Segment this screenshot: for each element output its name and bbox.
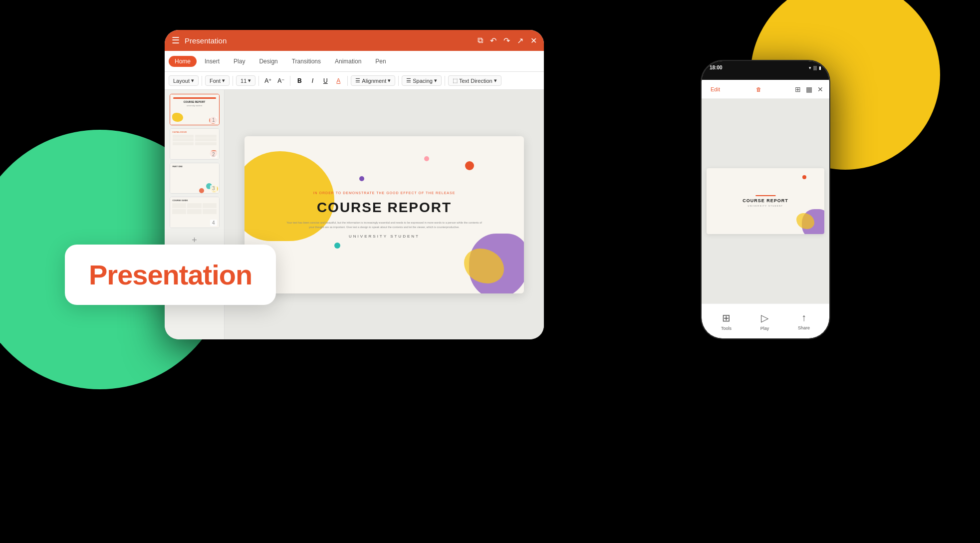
slide-dot-orange: [465, 161, 474, 170]
phone-screen: 18:00 ▾ ||| ▮ Edit 🗑 ⊞ ▦ ✕: [702, 61, 829, 338]
thumb3-s3: [199, 188, 204, 193]
tab-pen[interactable]: Pen: [369, 56, 392, 67]
phone-slide-area[interactable]: COURSE REPORT UNIVERSITY STUDENT: [702, 99, 829, 303]
phone-delete-btn[interactable]: 🗑: [753, 84, 764, 94]
titlebar-icons: ⧉ ↶ ↷ ↗ ✕: [478, 36, 537, 45]
phone-tools-btn[interactable]: ⊞ Tools: [721, 312, 732, 331]
slide-number-1: 1: [210, 117, 217, 123]
slide-number-2: 2: [210, 151, 217, 158]
phone-notch-area: 18:00 ▾ ||| ▮: [702, 61, 829, 80]
menu-icon[interactable]: ☰: [172, 35, 180, 46]
slide-canvas: IN ORDER TO DEMONSTRATE THE GOOD EFFECT …: [245, 136, 524, 293]
phone-layout-icon[interactable]: ▦: [806, 85, 812, 93]
thumb1-title: COURSE REPORT: [173, 100, 216, 103]
slide-dot-teal: [334, 243, 340, 249]
bold-btn[interactable]: B: [293, 75, 305, 87]
phone-edit-btn[interactable]: Edit: [708, 84, 723, 94]
slide-dot-pink: [424, 156, 429, 161]
spacing-chevron: ▾: [434, 77, 437, 84]
alignment-label: Alignment: [362, 78, 386, 84]
text-dir-chevron: ▾: [494, 77, 497, 84]
phone-slide-canvas: COURSE REPORT UNIVERSITY STUDENT: [707, 168, 824, 235]
ps-slide-student: UNIVERSITY STUDENT: [724, 205, 806, 207]
sep5: [347, 76, 348, 86]
spacing-label: Spacing: [413, 78, 433, 84]
tab-design[interactable]: Design: [253, 56, 283, 67]
tab-animation[interactable]: Animation: [329, 56, 367, 67]
format-bar: Layout ▾ Font ▾ 11 ▾ A⁺ A⁻ B I U A ☰: [165, 72, 544, 90]
phone-grid-icon[interactable]: ⊞: [795, 85, 801, 93]
layout-dropdown[interactable]: Layout ▾: [169, 75, 199, 86]
font-size-label: 11: [241, 78, 246, 84]
phone-share-btn[interactable]: ↑ Share: [798, 312, 810, 330]
thumb2-title: CATALOGUE: [173, 131, 187, 133]
font-dropdown[interactable]: Font ▾: [205, 75, 230, 86]
ps-text-area: COURSE REPORT UNIVERSITY STUDENT: [724, 195, 806, 207]
slide-subtitle-small: IN ORDER TO DEMONSTRATE THE GOOD EFFECT …: [286, 191, 482, 196]
thumb4-cell-3: [203, 203, 217, 208]
phone-time: 18:00: [710, 65, 723, 70]
decrease-font-btn[interactable]: A⁻: [275, 75, 287, 87]
ps-orange-line: [755, 195, 775, 196]
font-color-btn[interactable]: A: [332, 75, 344, 87]
thumb1-subtitle: university student: [173, 104, 216, 107]
spacing-icon: ☰: [406, 77, 411, 84]
underline-btn[interactable]: U: [319, 75, 331, 87]
presentation-label-text: Presentation: [89, 259, 252, 290]
increase-font-btn[interactable]: A⁺: [262, 75, 274, 87]
phone-status-icons: ▾ ||| ▮: [809, 65, 821, 70]
text-direction-dropdown[interactable]: ⬚ Text Direction ▾: [448, 75, 501, 86]
thumb1-orange-bar: [173, 97, 216, 99]
phone-device: 18:00 ▾ ||| ▮ Edit 🗑 ⊞ ▦ ✕: [701, 60, 830, 339]
sep3: [258, 76, 259, 86]
sep1: [202, 76, 202, 86]
tab-transitions[interactable]: Transitions: [286, 56, 327, 67]
slide-number-4: 4: [210, 220, 217, 226]
alignment-dropdown[interactable]: ☰ Alignment ▾: [351, 75, 395, 86]
slide-text-area: IN ORDER TO DEMONSTRATE THE GOOD EFFECT …: [286, 191, 482, 239]
battery-icon: ▮: [819, 65, 821, 70]
spacing-dropdown[interactable]: ☰ Spacing ▾: [402, 75, 442, 86]
italic-btn[interactable]: I: [306, 75, 318, 87]
phone-play-btn[interactable]: ▷ Play: [760, 312, 769, 331]
thumb1-shape-yellow: [172, 113, 183, 122]
layout-chevron: ▾: [191, 77, 194, 84]
thumb4-cell-1: [172, 203, 187, 208]
slide-thumb-1[interactable]: COURSE REPORT university student 1: [170, 94, 220, 125]
screen-icon[interactable]: ⧉: [478, 36, 483, 45]
font-size-dropdown[interactable]: 11 ▾: [236, 75, 255, 86]
thumb4-cell-4: [172, 209, 187, 214]
tab-insert[interactable]: Insert: [199, 56, 226, 67]
slide-thumb-4[interactable]: COURSE GUIDE 4: [170, 197, 220, 228]
sep4: [290, 76, 290, 86]
phone-toolbar-icons: ⊞ ▦ ✕: [795, 85, 823, 93]
align-chevron: ▾: [388, 77, 391, 84]
slide-main-title[interactable]: COURSE REPORT: [286, 200, 482, 216]
thumb3-title: PART ONE: [173, 165, 183, 168]
slide-thumb-3[interactable]: PART ONE 3: [170, 163, 220, 194]
phone-close-icon[interactable]: ✕: [817, 85, 823, 93]
font-label: Font: [210, 78, 221, 84]
presentation-label: Presentation: [65, 245, 276, 305]
redo-icon[interactable]: ↷: [503, 36, 510, 45]
thumb4-cell-5: [187, 209, 202, 214]
ps-slide-title: COURSE REPORT: [724, 198, 806, 203]
main-slide-area[interactable]: IN ORDER TO DEMONSTRATE THE GOOD EFFECT …: [225, 90, 544, 339]
tools-label: Tools: [721, 326, 732, 331]
slide-dot-purple: [359, 176, 364, 181]
slide-thumb-2[interactable]: CATALOGUE 2: [170, 128, 220, 160]
thumb4-grid: [172, 203, 217, 214]
slide-body-text: Your text has been concise and beautiful…: [286, 221, 482, 230]
close-icon[interactable]: ✕: [530, 36, 537, 45]
layout-label: Layout: [173, 78, 190, 84]
slide-number-3: 3: [210, 185, 217, 192]
size-chevron: ▾: [248, 77, 251, 84]
thumb4-title: COURSE GUIDE: [173, 199, 188, 202]
play-label: Play: [760, 326, 769, 331]
undo-icon[interactable]: ↶: [490, 36, 496, 45]
wifi-icon: ▾: [809, 65, 811, 70]
share-icon-bottom: ↑: [801, 312, 806, 323]
tab-home[interactable]: Home: [169, 56, 197, 67]
share-icon[interactable]: ↗: [517, 36, 523, 45]
tab-play[interactable]: Play: [228, 56, 251, 67]
